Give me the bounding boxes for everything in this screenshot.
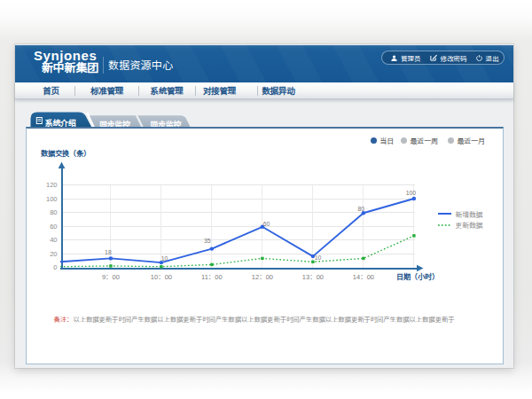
nav-item-standard-mgmt[interactable]: 标准管理 [90, 82, 123, 99]
nav-item-connect-mgmt[interactable]: 对接管理 [203, 82, 236, 99]
user-toolbar: 管理员 修改密码 退出 [381, 51, 505, 65]
radio-selected-icon [371, 137, 377, 144]
nav-item-home[interactable]: 首页 [43, 82, 59, 99]
header-divider [103, 57, 104, 74]
nav-divider [74, 86, 75, 96]
page-title: 数据资源中心 [108, 57, 173, 72]
nav-divider [138, 86, 139, 96]
change-password-button[interactable]: 修改密码 [430, 53, 467, 63]
legend-item-new-data: 新增数据 [438, 208, 483, 220]
nav-divider [257, 86, 258, 96]
legend-item-update-data: 更新数据 [438, 220, 483, 231]
user-label: 管理员 [401, 53, 421, 63]
footnote-text: 以上数据更新于时间产生数据以上数据更新于时间产生数据以上数据更新于时间产生数据以… [73, 316, 454, 324]
user-menu[interactable]: 管理员 [391, 53, 421, 63]
content-panel: 当日 最近一周 最近一月 新增数据 更新数据 [26, 127, 504, 364]
footnote-prefix: 备注： [54, 316, 74, 324]
radio-unselected-icon [401, 137, 407, 144]
app-window: Synjones 新中新集团 数据资源中心 管理员 修改密码 退出 [15, 44, 513, 368]
nav-item-data-change[interactable]: 数据异动 [262, 82, 294, 99]
radio-last-month[interactable]: 最近一月 [448, 136, 485, 145]
user-icon [391, 55, 397, 61]
range-filter: 当日 最近一周 最近一月 [27, 136, 503, 146]
page-background: Synjones 新中新集团 数据资源中心 管理员 修改密码 退出 [0, 0, 532, 399]
chart-legend: 新增数据 更新数据 [438, 208, 483, 231]
logout-button[interactable]: 退出 [476, 53, 499, 63]
edit-icon [430, 54, 437, 61]
radio-unselected-icon [448, 137, 454, 144]
logout-label: 退出 [486, 53, 499, 63]
radio-today[interactable]: 当日 [371, 136, 395, 145]
nav-item-system-mgmt[interactable]: 系统管理 [150, 82, 183, 99]
radio-last-week[interactable]: 最近一周 [401, 136, 438, 145]
logo-subtext: 新中新集团 [42, 62, 98, 74]
app-header: Synjones 新中新集团 数据资源中心 管理员 修改密码 退出 [15, 44, 513, 82]
legend-line-dotted-icon [438, 223, 451, 227]
nav-divider [195, 86, 196, 96]
logo-text: Synjones [34, 49, 98, 62]
legend-line-solid-icon [438, 212, 451, 215]
change-password-label: 修改密码 [441, 53, 467, 63]
company-logo: Synjones 新中新集团 [34, 49, 98, 75]
footnote: 备注：以上数据更新于时间产生数据以上数据更新于时间产生数据以上数据更新于时间产生… [54, 314, 455, 325]
power-icon [476, 55, 482, 61]
main-nav: 首页 标准管理 系统管理 对接管理 数据异动 [15, 82, 513, 99]
